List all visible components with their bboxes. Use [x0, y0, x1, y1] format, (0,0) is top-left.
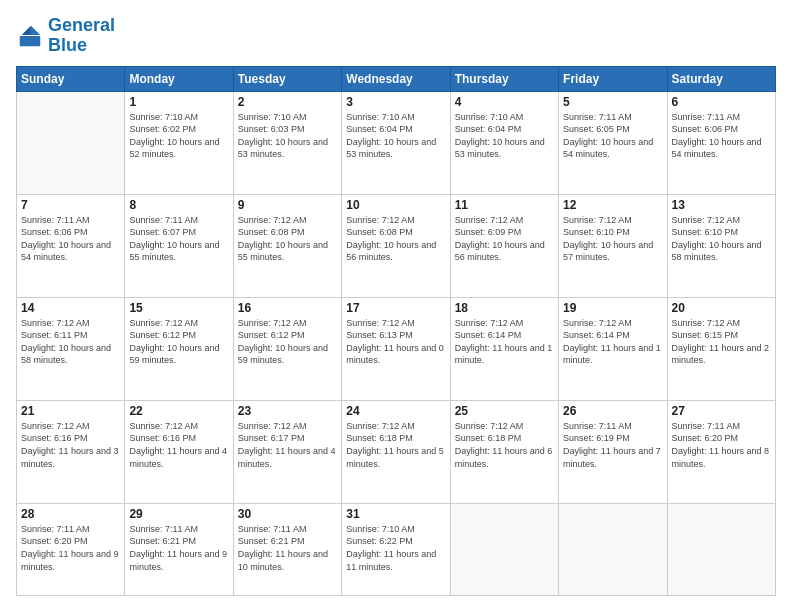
calendar-day-cell: 10Sunrise: 7:12 AMSunset: 6:08 PMDayligh… — [342, 194, 450, 297]
day-number: 27 — [672, 404, 771, 418]
day-number: 25 — [455, 404, 554, 418]
day-info: Sunrise: 7:11 AMSunset: 6:21 PMDaylight:… — [129, 523, 228, 573]
day-number: 18 — [455, 301, 554, 315]
day-info: Sunrise: 7:10 AMSunset: 6:03 PMDaylight:… — [238, 111, 337, 161]
day-number: 26 — [563, 404, 662, 418]
day-info: Sunrise: 7:12 AMSunset: 6:08 PMDaylight:… — [238, 214, 337, 264]
calendar-day-cell: 17Sunrise: 7:12 AMSunset: 6:13 PMDayligh… — [342, 297, 450, 400]
day-number: 29 — [129, 507, 228, 521]
day-info: Sunrise: 7:12 AMSunset: 6:18 PMDaylight:… — [346, 420, 445, 470]
day-info: Sunrise: 7:11 AMSunset: 6:07 PMDaylight:… — [129, 214, 228, 264]
day-number: 14 — [21, 301, 120, 315]
calendar-week-row: 14Sunrise: 7:12 AMSunset: 6:11 PMDayligh… — [17, 297, 776, 400]
day-info: Sunrise: 7:11 AMSunset: 6:20 PMDaylight:… — [21, 523, 120, 573]
day-number: 20 — [672, 301, 771, 315]
day-info: Sunrise: 7:11 AMSunset: 6:19 PMDaylight:… — [563, 420, 662, 470]
day-number: 9 — [238, 198, 337, 212]
day-info: Sunrise: 7:12 AMSunset: 6:12 PMDaylight:… — [129, 317, 228, 367]
day-number: 22 — [129, 404, 228, 418]
day-info: Sunrise: 7:11 AMSunset: 6:21 PMDaylight:… — [238, 523, 337, 573]
day-number: 8 — [129, 198, 228, 212]
day-info: Sunrise: 7:12 AMSunset: 6:13 PMDaylight:… — [346, 317, 445, 367]
day-info: Sunrise: 7:10 AMSunset: 6:04 PMDaylight:… — [346, 111, 445, 161]
day-info: Sunrise: 7:12 AMSunset: 6:10 PMDaylight:… — [563, 214, 662, 264]
calendar-header-row: SundayMondayTuesdayWednesdayThursdayFrid… — [17, 66, 776, 91]
logo-text: General Blue — [48, 16, 115, 56]
day-number: 13 — [672, 198, 771, 212]
calendar-day-cell: 11Sunrise: 7:12 AMSunset: 6:09 PMDayligh… — [450, 194, 558, 297]
calendar-week-row: 1Sunrise: 7:10 AMSunset: 6:02 PMDaylight… — [17, 91, 776, 194]
day-info: Sunrise: 7:12 AMSunset: 6:18 PMDaylight:… — [455, 420, 554, 470]
calendar-table: SundayMondayTuesdayWednesdayThursdayFrid… — [16, 66, 776, 596]
calendar-day-cell: 5Sunrise: 7:11 AMSunset: 6:05 PMDaylight… — [559, 91, 667, 194]
day-number: 23 — [238, 404, 337, 418]
calendar-day-cell — [667, 503, 775, 595]
calendar-day-header: Thursday — [450, 66, 558, 91]
day-info: Sunrise: 7:10 AMSunset: 6:22 PMDaylight:… — [346, 523, 445, 573]
day-info: Sunrise: 7:10 AMSunset: 6:04 PMDaylight:… — [455, 111, 554, 161]
calendar-day-cell: 14Sunrise: 7:12 AMSunset: 6:11 PMDayligh… — [17, 297, 125, 400]
day-number: 31 — [346, 507, 445, 521]
day-info: Sunrise: 7:12 AMSunset: 6:11 PMDaylight:… — [21, 317, 120, 367]
day-number: 7 — [21, 198, 120, 212]
calendar-day-cell — [17, 91, 125, 194]
day-number: 30 — [238, 507, 337, 521]
calendar-day-cell — [450, 503, 558, 595]
calendar-day-cell: 1Sunrise: 7:10 AMSunset: 6:02 PMDaylight… — [125, 91, 233, 194]
day-info: Sunrise: 7:12 AMSunset: 6:09 PMDaylight:… — [455, 214, 554, 264]
svg-rect-2 — [20, 36, 41, 46]
day-info: Sunrise: 7:11 AMSunset: 6:06 PMDaylight:… — [21, 214, 120, 264]
calendar-day-cell: 16Sunrise: 7:12 AMSunset: 6:12 PMDayligh… — [233, 297, 341, 400]
calendar-day-cell: 12Sunrise: 7:12 AMSunset: 6:10 PMDayligh… — [559, 194, 667, 297]
calendar-week-row: 7Sunrise: 7:11 AMSunset: 6:06 PMDaylight… — [17, 194, 776, 297]
calendar-day-cell: 28Sunrise: 7:11 AMSunset: 6:20 PMDayligh… — [17, 503, 125, 595]
calendar-day-header: Friday — [559, 66, 667, 91]
calendar-day-cell: 2Sunrise: 7:10 AMSunset: 6:03 PMDaylight… — [233, 91, 341, 194]
calendar-day-cell — [559, 503, 667, 595]
calendar-day-cell: 18Sunrise: 7:12 AMSunset: 6:14 PMDayligh… — [450, 297, 558, 400]
svg-marker-0 — [31, 26, 40, 35]
day-number: 6 — [672, 95, 771, 109]
day-number: 10 — [346, 198, 445, 212]
day-number: 1 — [129, 95, 228, 109]
calendar-day-cell: 21Sunrise: 7:12 AMSunset: 6:16 PMDayligh… — [17, 400, 125, 503]
calendar-week-row: 28Sunrise: 7:11 AMSunset: 6:20 PMDayligh… — [17, 503, 776, 595]
day-number: 19 — [563, 301, 662, 315]
calendar-day-cell: 9Sunrise: 7:12 AMSunset: 6:08 PMDaylight… — [233, 194, 341, 297]
day-number: 12 — [563, 198, 662, 212]
calendar-day-cell: 8Sunrise: 7:11 AMSunset: 6:07 PMDaylight… — [125, 194, 233, 297]
calendar-day-header: Saturday — [667, 66, 775, 91]
day-number: 11 — [455, 198, 554, 212]
calendar-day-cell: 31Sunrise: 7:10 AMSunset: 6:22 PMDayligh… — [342, 503, 450, 595]
day-number: 24 — [346, 404, 445, 418]
day-info: Sunrise: 7:12 AMSunset: 6:16 PMDaylight:… — [21, 420, 120, 470]
day-number: 2 — [238, 95, 337, 109]
day-number: 21 — [21, 404, 120, 418]
calendar-day-cell: 15Sunrise: 7:12 AMSunset: 6:12 PMDayligh… — [125, 297, 233, 400]
calendar-day-cell: 23Sunrise: 7:12 AMSunset: 6:17 PMDayligh… — [233, 400, 341, 503]
day-number: 16 — [238, 301, 337, 315]
day-info: Sunrise: 7:10 AMSunset: 6:02 PMDaylight:… — [129, 111, 228, 161]
calendar-day-cell: 3Sunrise: 7:10 AMSunset: 6:04 PMDaylight… — [342, 91, 450, 194]
calendar-day-cell: 24Sunrise: 7:12 AMSunset: 6:18 PMDayligh… — [342, 400, 450, 503]
logo: General Blue — [16, 16, 115, 56]
day-info: Sunrise: 7:12 AMSunset: 6:15 PMDaylight:… — [672, 317, 771, 367]
calendar-day-cell: 26Sunrise: 7:11 AMSunset: 6:19 PMDayligh… — [559, 400, 667, 503]
day-info: Sunrise: 7:11 AMSunset: 6:20 PMDaylight:… — [672, 420, 771, 470]
calendar-day-header: Wednesday — [342, 66, 450, 91]
day-info: Sunrise: 7:12 AMSunset: 6:14 PMDaylight:… — [455, 317, 554, 367]
day-number: 15 — [129, 301, 228, 315]
calendar-day-header: Sunday — [17, 66, 125, 91]
logo-icon — [16, 22, 44, 50]
calendar-day-cell: 25Sunrise: 7:12 AMSunset: 6:18 PMDayligh… — [450, 400, 558, 503]
calendar-day-header: Monday — [125, 66, 233, 91]
day-info: Sunrise: 7:12 AMSunset: 6:08 PMDaylight:… — [346, 214, 445, 264]
calendar-day-cell: 20Sunrise: 7:12 AMSunset: 6:15 PMDayligh… — [667, 297, 775, 400]
calendar-day-cell: 13Sunrise: 7:12 AMSunset: 6:10 PMDayligh… — [667, 194, 775, 297]
day-number: 17 — [346, 301, 445, 315]
day-number: 5 — [563, 95, 662, 109]
day-number: 3 — [346, 95, 445, 109]
day-info: Sunrise: 7:12 AMSunset: 6:17 PMDaylight:… — [238, 420, 337, 470]
calendar-day-cell: 30Sunrise: 7:11 AMSunset: 6:21 PMDayligh… — [233, 503, 341, 595]
calendar-day-header: Tuesday — [233, 66, 341, 91]
